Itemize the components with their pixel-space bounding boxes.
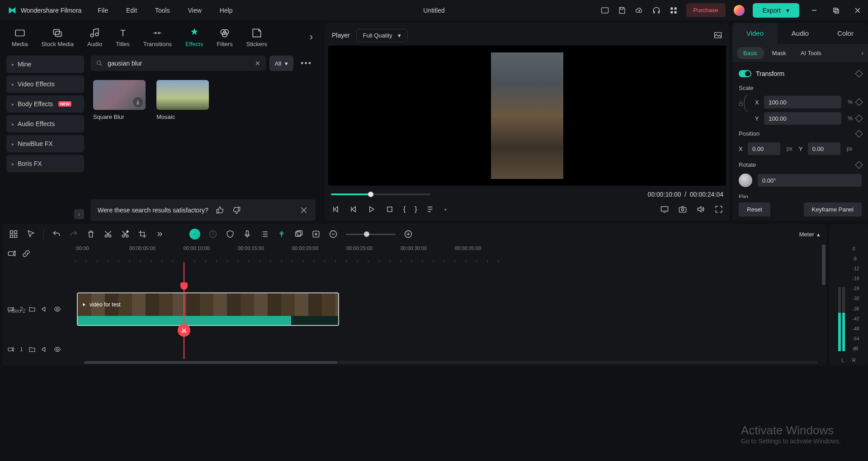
cursor-icon[interactable] bbox=[26, 230, 35, 239]
transform-toggle[interactable] bbox=[739, 70, 751, 77]
close-feedback-icon[interactable] bbox=[299, 206, 308, 215]
marker-list-icon[interactable] bbox=[426, 205, 435, 214]
category-boris-fx[interactable]: ▸Boris FX bbox=[6, 155, 84, 172]
tab-effects[interactable]: Effects bbox=[180, 25, 209, 49]
prop-tab-video[interactable]: Video bbox=[732, 23, 778, 44]
chevron-down-icon[interactable]: ▾ bbox=[444, 207, 447, 212]
mute-icon[interactable] bbox=[41, 306, 48, 313]
video-track-icon[interactable] bbox=[7, 346, 14, 353]
save-icon[interactable] bbox=[618, 6, 627, 15]
add-media-icon[interactable] bbox=[294, 230, 303, 239]
display-icon[interactable] bbox=[660, 205, 669, 214]
preview-viewport[interactable] bbox=[328, 46, 726, 186]
category-newblue-fx[interactable]: ▸NewBlue FX bbox=[6, 135, 84, 152]
search-filter-dropdown[interactable]: All▾ bbox=[269, 56, 293, 71]
prop-tab-color[interactable]: Color bbox=[823, 23, 868, 44]
purchase-button[interactable]: Purchase bbox=[686, 3, 726, 17]
subtabs-next-icon[interactable]: › bbox=[861, 49, 863, 56]
fullscreen-icon[interactable] bbox=[714, 205, 723, 214]
lock-icon[interactable] bbox=[738, 100, 744, 107]
export-button[interactable]: Export▾ bbox=[753, 3, 799, 18]
subtab-mask[interactable]: Mask bbox=[766, 47, 793, 59]
tab-titles[interactable]: TTitles bbox=[110, 25, 135, 49]
keyframe-panel-button[interactable]: Keyframe Panel bbox=[804, 202, 862, 216]
link-tracks-icon[interactable] bbox=[22, 249, 31, 258]
video-clip[interactable]: video for test bbox=[77, 292, 339, 326]
magic-cut-icon[interactable] bbox=[121, 230, 130, 239]
volume-icon[interactable] bbox=[696, 205, 705, 214]
thumbs-down-icon[interactable] bbox=[232, 206, 241, 215]
keyframe-diamond-icon[interactable] bbox=[855, 161, 863, 169]
zoom-slider[interactable] bbox=[346, 234, 396, 235]
subtab-ai-tools[interactable]: AI Tools bbox=[794, 47, 828, 59]
zoom-thumb[interactable] bbox=[364, 231, 369, 237]
keyframe-diamond-icon[interactable] bbox=[855, 99, 863, 106]
add-track-icon[interactable] bbox=[7, 249, 16, 258]
snapshot-icon[interactable] bbox=[678, 205, 687, 214]
redo-icon[interactable] bbox=[69, 230, 78, 239]
mark-out-icon[interactable]: } bbox=[415, 205, 417, 213]
shield-icon[interactable] bbox=[226, 230, 235, 239]
zoom-in-icon[interactable] bbox=[404, 230, 413, 239]
timeline-hscroll[interactable] bbox=[3, 359, 826, 366]
menu-view[interactable]: View bbox=[188, 7, 202, 14]
grid-icon[interactable] bbox=[9, 230, 18, 239]
folder-icon[interactable] bbox=[28, 306, 36, 313]
effect-card-square-blur[interactable]: Square Blur bbox=[93, 80, 147, 120]
timeline-ruler[interactable]: :00:0000:00:05:0000:00:10:0000:00:15:000… bbox=[75, 245, 826, 263]
category-mine[interactable]: ▸Mine bbox=[6, 56, 84, 73]
subtab-basic[interactable]: Basic bbox=[737, 47, 764, 59]
scale-y-field[interactable]: 100.00 bbox=[764, 112, 841, 125]
headphones-icon[interactable] bbox=[652, 6, 661, 15]
cloud-icon[interactable] bbox=[635, 6, 644, 15]
download-icon[interactable] bbox=[133, 97, 143, 107]
menu-file[interactable]: File bbox=[98, 7, 108, 14]
delete-icon[interactable] bbox=[86, 230, 95, 239]
more-tools-icon[interactable] bbox=[155, 230, 164, 239]
cut-icon[interactable] bbox=[104, 230, 113, 239]
tab-filters[interactable]: Filters bbox=[211, 25, 238, 49]
keyframe-diamond-icon[interactable] bbox=[855, 130, 863, 137]
scale-x-field[interactable]: 100.00 bbox=[764, 96, 841, 108]
reset-button[interactable]: Reset bbox=[739, 202, 770, 216]
keyframe-diamond-icon[interactable] bbox=[855, 115, 863, 122]
vscroll-thumb[interactable] bbox=[822, 245, 826, 285]
playhead[interactable] bbox=[184, 263, 184, 359]
stop-icon[interactable] bbox=[385, 205, 394, 214]
category-audio-effects[interactable]: ▸Audio Effects bbox=[6, 115, 84, 132]
hscroll-thumb[interactable] bbox=[84, 361, 337, 364]
menu-help[interactable]: Help bbox=[220, 7, 233, 14]
crop-icon[interactable] bbox=[138, 230, 147, 239]
thumbs-up-icon[interactable] bbox=[216, 206, 225, 215]
prev-frame-icon[interactable] bbox=[331, 205, 340, 214]
timeline-vscroll[interactable] bbox=[822, 245, 826, 359]
layout-icon[interactable] bbox=[600, 6, 609, 15]
rotate-field[interactable]: 0.00° bbox=[758, 174, 862, 187]
undo-icon[interactable] bbox=[52, 230, 61, 239]
ai-assistant-icon[interactable] bbox=[189, 229, 200, 240]
tab-stickers[interactable]: Stickers bbox=[241, 25, 273, 49]
category-body-effects[interactable]: ▸Body EffectsNEW bbox=[6, 95, 84, 113]
mic-icon[interactable] bbox=[243, 230, 252, 239]
zoom-out-icon[interactable] bbox=[329, 230, 338, 239]
effect-card-mosaic[interactable]: Mosaic bbox=[156, 80, 211, 120]
collapse-sidebar-icon[interactable]: ‹ bbox=[74, 209, 84, 219]
pos-y-field[interactable]: 0.00 bbox=[808, 142, 840, 155]
tab-audio[interactable]: Audio bbox=[82, 25, 108, 49]
search-input[interactable] bbox=[108, 60, 250, 67]
picture-icon[interactable] bbox=[713, 31, 722, 40]
play-icon[interactable] bbox=[367, 205, 376, 214]
pos-x-field[interactable]: 0.00 bbox=[748, 142, 780, 155]
keyframe-diamond-icon[interactable] bbox=[855, 70, 863, 78]
rotate-knob[interactable] bbox=[739, 174, 752, 187]
maximize-icon[interactable] bbox=[833, 7, 839, 14]
add-panel-icon[interactable] bbox=[311, 230, 321, 239]
play-back-icon[interactable] bbox=[349, 205, 358, 214]
minimize-icon[interactable] bbox=[811, 7, 817, 14]
progress-thumb[interactable] bbox=[368, 192, 373, 197]
playhead-handle[interactable] bbox=[180, 282, 188, 290]
marker-icon[interactable] bbox=[277, 230, 286, 239]
tab-stock-media[interactable]: Stock Media bbox=[36, 25, 79, 49]
clear-search-icon[interactable]: ✕ bbox=[255, 60, 260, 67]
prop-tab-audio[interactable]: Audio bbox=[778, 23, 823, 44]
